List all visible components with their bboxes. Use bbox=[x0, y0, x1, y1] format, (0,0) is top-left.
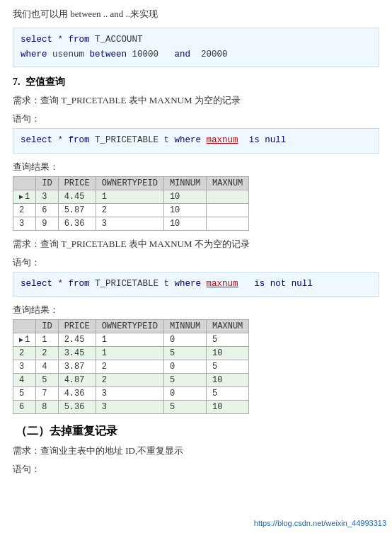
row-num: 6 bbox=[13, 400, 36, 413]
cell-price: 4.87 bbox=[58, 373, 96, 386]
cell-minnum: 10 bbox=[163, 217, 206, 230]
watermark: https://blog.csdn.net/weixin_44993313 bbox=[254, 519, 386, 527]
intro-line: 我们也可以用 between .. and ..来实现 bbox=[13, 7, 379, 22]
section-7-title: 7. 空值查询 bbox=[13, 76, 379, 88]
cell-id: 7 bbox=[36, 386, 58, 400]
result-table-2: ID PRICE OWNERTYPEID MINNUM MAXNUM 1 1 2… bbox=[13, 319, 249, 414]
result-label-2: 查询结果： bbox=[13, 304, 379, 316]
cell-id: 6 bbox=[36, 203, 58, 217]
cell-price: 4.36 bbox=[58, 386, 96, 400]
row-num: 1 bbox=[13, 333, 36, 346]
cell-price: 5.87 bbox=[58, 203, 96, 217]
cell-maxnum: 5 bbox=[207, 360, 249, 373]
code-block-2: select * from T_PRICETABLE t where maxnu… bbox=[13, 128, 379, 153]
col-maxnum-1: MAXNUM bbox=[207, 176, 249, 190]
table-row: 3 9 6.36 3 10 bbox=[13, 217, 249, 230]
col-id-1: ID bbox=[36, 176, 58, 190]
cell-id: 4 bbox=[36, 360, 58, 373]
cell-minnum: 5 bbox=[163, 400, 206, 413]
cell-id: 3 bbox=[36, 190, 58, 203]
cell-minnum: 0 bbox=[163, 360, 206, 373]
code-block-3: select * from T_PRICETABLE t where maxnu… bbox=[13, 272, 379, 297]
cell-ownertypeid: 2 bbox=[96, 373, 163, 386]
table-row: 4 5 4.87 2 5 10 bbox=[13, 373, 249, 386]
sentence-label-1: 语句： bbox=[13, 113, 379, 125]
cell-price: 3.45 bbox=[58, 346, 96, 360]
cell-id: 5 bbox=[36, 373, 58, 386]
cell-price: 3.87 bbox=[58, 360, 96, 373]
sentence-label-2: 语句： bbox=[13, 256, 379, 269]
intro-text: 我们也可以用 between .. and ..来实现 bbox=[13, 8, 158, 19]
cell-maxnum: 5 bbox=[207, 333, 249, 346]
cell-maxnum: 10 bbox=[207, 373, 249, 386]
table-row: 1 1 2.45 1 0 5 bbox=[13, 333, 249, 346]
code-block-1: select * from T_ACCOUNT where usenum bet… bbox=[13, 28, 379, 68]
table-row: 2 6 5.87 2 10 bbox=[13, 203, 249, 217]
result-label-1: 查询结果： bbox=[13, 161, 379, 173]
col-maxnum-2: MAXNUM bbox=[207, 319, 249, 333]
cell-id: 2 bbox=[36, 346, 58, 360]
col-minnum-1: MINNUM bbox=[163, 176, 206, 190]
cell-maxnum bbox=[207, 217, 249, 230]
cell-id: 1 bbox=[36, 333, 58, 346]
cell-maxnum: 10 bbox=[207, 400, 249, 413]
col-minnum-2: MINNUM bbox=[163, 319, 206, 333]
row-num: 3 bbox=[13, 217, 36, 230]
cell-ownertypeid: 3 bbox=[96, 400, 163, 413]
cell-minnum: 5 bbox=[163, 373, 206, 386]
row-num: 1 bbox=[13, 190, 36, 203]
cell-minnum: 0 bbox=[163, 386, 206, 400]
table-row: 3 4 3.87 2 0 5 bbox=[13, 360, 249, 373]
col-id-2: ID bbox=[36, 319, 58, 333]
cell-id: 9 bbox=[36, 217, 58, 230]
cell-maxnum bbox=[207, 203, 249, 217]
table-row: 5 7 4.36 3 0 5 bbox=[13, 386, 249, 400]
cell-ownertypeid: 1 bbox=[96, 346, 163, 360]
section-2-header: （二）去掉重复记录 bbox=[13, 424, 379, 439]
col-arrow-2 bbox=[13, 319, 36, 333]
col-price-2: PRICE bbox=[58, 319, 96, 333]
table-row: 1 3 4.45 1 10 bbox=[13, 190, 249, 203]
col-arrow-1 bbox=[13, 176, 36, 190]
row-num: 2 bbox=[13, 203, 36, 217]
row-num: 3 bbox=[13, 360, 36, 373]
sentence-label-3: 语句： bbox=[13, 463, 379, 476]
cell-minnum: 0 bbox=[163, 333, 206, 346]
cell-id: 8 bbox=[36, 400, 58, 413]
cell-minnum: 5 bbox=[163, 346, 206, 360]
cell-maxnum bbox=[207, 190, 249, 203]
req2-text: 需求：查询 T_PRICETABLE 表中 MAXNUM 不为空的记录 bbox=[13, 238, 379, 251]
cell-ownertypeid: 2 bbox=[96, 203, 163, 217]
cell-maxnum: 10 bbox=[207, 346, 249, 360]
cell-price: 4.45 bbox=[58, 190, 96, 203]
cell-ownertypeid: 1 bbox=[96, 190, 163, 203]
col-price-1: PRICE bbox=[58, 176, 96, 190]
cell-maxnum: 5 bbox=[207, 386, 249, 400]
cell-ownertypeid: 3 bbox=[96, 217, 163, 230]
cell-ownertypeid: 3 bbox=[96, 386, 163, 400]
cell-minnum: 10 bbox=[163, 203, 206, 217]
cell-ownertypeid: 2 bbox=[96, 360, 163, 373]
cell-minnum: 10 bbox=[163, 190, 206, 203]
req3-text: 需求：查询业主表中的地址 ID,不重复显示 bbox=[13, 445, 379, 457]
row-num: 4 bbox=[13, 373, 36, 386]
row-num: 5 bbox=[13, 386, 36, 400]
cell-price: 6.36 bbox=[58, 217, 96, 230]
col-ownertypeid-1: OWNERTYPEID bbox=[96, 176, 163, 190]
row-num: 2 bbox=[13, 346, 36, 360]
result-table-1: ID PRICE OWNERTYPEID MINNUM MAXNUM 1 3 4… bbox=[13, 176, 249, 231]
table-row: 2 2 3.45 1 5 10 bbox=[13, 346, 249, 360]
cell-ownertypeid: 1 bbox=[96, 333, 163, 346]
table-row: 6 8 5.36 3 5 10 bbox=[13, 400, 249, 413]
cell-price: 5.36 bbox=[58, 400, 96, 413]
req1-text: 需求：查询 T_PRICETABLE 表中 MAXNUM 为空的记录 bbox=[13, 94, 379, 107]
cell-price: 2.45 bbox=[58, 333, 96, 346]
col-ownertypeid-2: OWNERTYPEID bbox=[96, 319, 163, 333]
